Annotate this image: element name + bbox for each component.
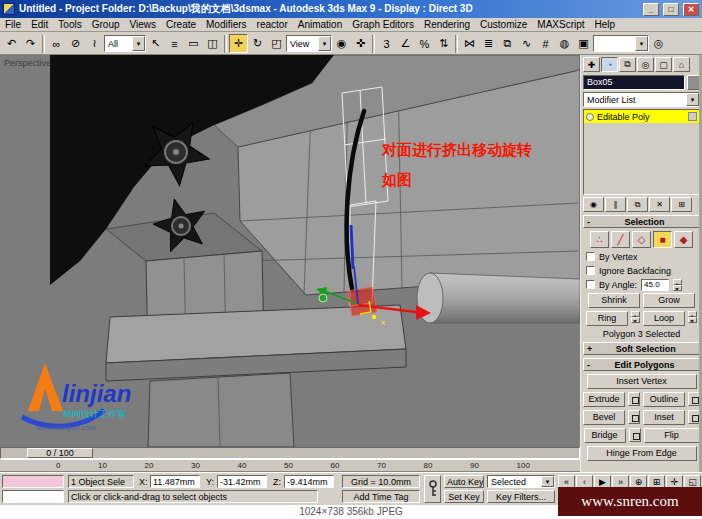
by-vertex-checkbox[interactable]	[586, 252, 595, 261]
menu-maxscript[interactable]: MAXScript	[532, 18, 589, 32]
by-angle-field[interactable]: 45.0	[641, 279, 669, 291]
tab-utilities-icon[interactable]: ⌂	[673, 57, 690, 72]
snaps-toggle-icon[interactable]: 3	[377, 34, 396, 53]
rollout-selection[interactable]: - Selection	[583, 215, 700, 228]
show-end-result-icon[interactable]: ∥	[605, 197, 626, 212]
bevel-button[interactable]: Bevel	[583, 410, 625, 425]
chevron-down-icon[interactable]: ▼	[635, 36, 648, 51]
bridge-settings-icon[interactable]	[629, 428, 641, 442]
grow-button[interactable]: Grow	[643, 293, 695, 308]
select-and-move-icon[interactable]: ✛	[229, 34, 248, 53]
rollout-soft-selection[interactable]: + Soft Selection	[583, 342, 700, 355]
spinner-snap-icon[interactable]: ⇅	[434, 34, 453, 53]
window-crossing-icon[interactable]: ◫	[203, 34, 222, 53]
reference-coordinate-dropdown[interactable]: View ▼	[286, 35, 332, 52]
auto-key-button[interactable]: Auto Key	[444, 475, 484, 488]
x-coordinate-field[interactable]: 11.487mm	[150, 475, 200, 488]
render-setup-icon[interactable]: ▣	[574, 34, 593, 53]
configure-modifier-sets-icon[interactable]: ⊞	[671, 197, 692, 212]
menu-create[interactable]: Create	[161, 18, 201, 32]
z-coordinate-field[interactable]: -9.414mm	[284, 475, 334, 488]
y-coordinate-field[interactable]: -31.42mm	[217, 475, 267, 488]
shrink-button[interactable]: Shrink	[588, 293, 640, 308]
percent-snap-icon[interactable]: %	[415, 34, 434, 53]
select-object-icon[interactable]: ↖	[146, 34, 165, 53]
loop-spinner[interactable]	[688, 311, 697, 323]
menu-rendering[interactable]: Rendering	[419, 18, 475, 32]
quick-render-icon[interactable]: ◎	[649, 34, 668, 53]
inset-button[interactable]: Inset	[643, 410, 685, 425]
subobject-element-icon[interactable]: ◆	[674, 231, 693, 248]
mirror-icon[interactable]: ⋈	[460, 34, 479, 53]
tab-create-icon[interactable]: ✚	[583, 57, 600, 72]
chevron-down-icon[interactable]: ▼	[318, 36, 331, 51]
select-and-link-icon[interactable]: ∞	[47, 34, 66, 53]
track-bar[interactable]: 0 10 20 30 40 50 60 70 80 90 100	[0, 459, 580, 472]
subobject-vertex-icon[interactable]: ∴	[590, 231, 609, 248]
pin-stack-icon[interactable]: ◉	[583, 197, 604, 212]
menu-file[interactable]: File	[0, 18, 26, 32]
modifier-stack[interactable]: Editable Poly	[583, 109, 700, 195]
modifier-stack-item[interactable]: Editable Poly	[584, 110, 699, 123]
maximize-button[interactable]: □	[663, 3, 679, 16]
make-unique-icon[interactable]: ⧉	[627, 197, 648, 212]
menu-views[interactable]: Views	[125, 18, 162, 32]
chevron-down-icon[interactable]: ▼	[132, 36, 145, 51]
maxscript-macro-recorder[interactable]	[2, 475, 64, 488]
viewport-label[interactable]: Perspective	[4, 58, 51, 68]
menu-edit[interactable]: Edit	[26, 18, 53, 32]
redo-icon[interactable]: ↷	[21, 34, 40, 53]
remove-modifier-icon[interactable]: ✕	[649, 197, 670, 212]
modifier-list-dropdown[interactable]: Modifier List ▼	[583, 92, 700, 107]
menu-customize[interactable]: Customize	[475, 18, 532, 32]
schematic-view-icon[interactable]: #	[536, 34, 555, 53]
subobject-polygon-icon[interactable]: ■	[653, 231, 672, 248]
select-by-name-icon[interactable]: ≡	[165, 34, 184, 53]
modifier-onoff-icon[interactable]	[586, 113, 594, 121]
render-preset-dropdown[interactable]: ▼	[593, 35, 649, 52]
set-key-button[interactable]: Set Key	[444, 490, 484, 503]
subobject-border-icon[interactable]: ◇	[632, 231, 651, 248]
subobject-edge-icon[interactable]: ╱	[611, 231, 630, 248]
time-slider-track[interactable]: 0 / 100	[0, 447, 580, 459]
key-filters-button[interactable]: Key Filters...	[487, 490, 555, 503]
menu-tools[interactable]: Tools	[53, 18, 86, 32]
bridge-button[interactable]: Bridge	[584, 428, 626, 443]
selection-filter-dropdown[interactable]: All ▼	[104, 35, 146, 52]
menu-help[interactable]: Help	[590, 18, 621, 32]
menu-modifiers[interactable]: Modifiers	[201, 18, 252, 32]
bind-to-space-warp-icon[interactable]: ≀	[85, 34, 104, 53]
menu-animation[interactable]: Animation	[293, 18, 347, 32]
rectangular-region-icon[interactable]: ▭	[184, 34, 203, 53]
rollout-edit-polygons[interactable]: - Edit Polygons	[583, 358, 700, 371]
material-editor-icon[interactable]: ◍	[555, 34, 574, 53]
tab-modify-icon[interactable]: ◔	[601, 57, 618, 72]
tab-hierarchy-icon[interactable]: ⧉	[619, 57, 636, 72]
use-pivot-center-icon[interactable]: ◉	[332, 34, 351, 53]
minimize-button[interactable]: _	[643, 3, 659, 16]
object-name-field[interactable]: Box05	[583, 75, 685, 90]
flip-button[interactable]: Flip	[644, 428, 700, 443]
key-filter-selection-dropdown[interactable]: Selected ▼	[487, 475, 555, 488]
perspective-viewport[interactable]: x Perspective 对面进行挤出移动旋转 如图 linjian 林间设计…	[0, 55, 580, 447]
loop-button[interactable]: Loop	[643, 311, 685, 326]
tab-motion-icon[interactable]: ◎	[637, 57, 654, 72]
viewport-canvas[interactable]: x Perspective 对面进行挤出移动旋转 如图 linjian 林间设计…	[0, 55, 580, 447]
by-angle-spinner[interactable]	[673, 279, 682, 291]
angle-snap-icon[interactable]: ∠	[396, 34, 415, 53]
extrude-button[interactable]: Extrude	[583, 392, 625, 407]
chevron-down-icon[interactable]: ▼	[541, 476, 554, 487]
time-slider-button[interactable]: 0 / 100	[27, 448, 93, 458]
select-and-scale-icon[interactable]: ◰	[267, 34, 286, 53]
close-button[interactable]: ✕	[683, 3, 699, 16]
bevel-settings-icon[interactable]	[628, 410, 640, 424]
menu-graph-editors[interactable]: Graph Editors	[347, 18, 419, 32]
layer-manager-icon[interactable]: ⧉	[498, 34, 517, 53]
by-angle-checkbox[interactable]	[586, 280, 595, 289]
menu-group[interactable]: Group	[87, 18, 125, 32]
menu-reactor[interactable]: reactor	[252, 18, 293, 32]
chevron-down-icon[interactable]: ▼	[686, 93, 699, 106]
tab-display-icon[interactable]: ▢	[655, 57, 672, 72]
ring-button[interactable]: Ring	[586, 311, 628, 326]
maxscript-mini-listener[interactable]	[2, 490, 64, 503]
